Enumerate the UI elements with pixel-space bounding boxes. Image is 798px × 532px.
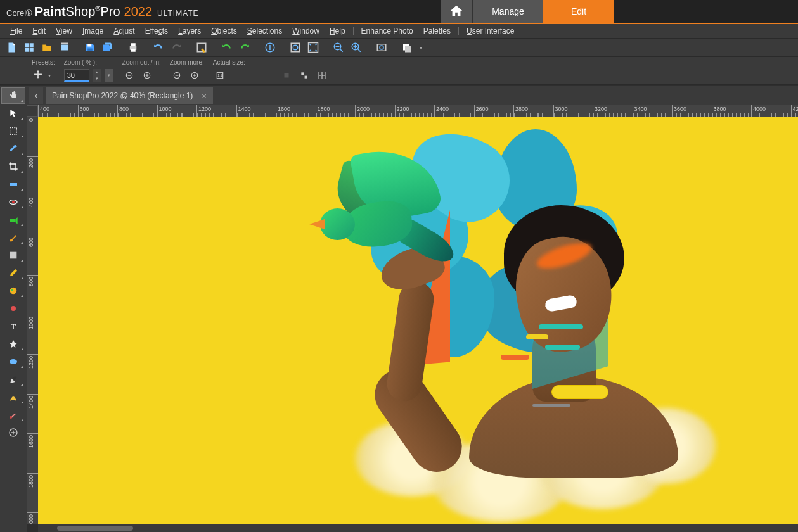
zoom-in-step-button[interactable] (140, 68, 154, 82)
warp-brush-tool[interactable] (1, 389, 25, 405)
scroll-thumb[interactable] (57, 526, 133, 531)
picture-tube-tool[interactable] (1, 282, 25, 299)
pan-tool[interactable] (1, 87, 25, 104)
zoom-more-out-button[interactable] (170, 68, 184, 82)
svg-rect-47 (10, 128, 17, 135)
tool-options-bar: Presets: ▾ Zoom ( % ): ▲▼ ▼ Zoom out / i… (0, 57, 798, 85)
menu-selections[interactable]: Selections (242, 25, 287, 37)
svg-rect-2 (25, 48, 29, 52)
menu-view[interactable]: View (51, 25, 77, 37)
menu-adjust[interactable]: Adjust (108, 25, 139, 37)
title-bar: Corel® PaintShop®Pro 2022 ULTIMATE Manag… (0, 0, 798, 24)
svg-rect-51 (10, 219, 15, 222)
workspace: T ‹ PaintShopPro 2022 @ 40% (Rectangle 1… (0, 86, 798, 532)
undo-history-button[interactable] (219, 40, 235, 55)
ruler-origin[interactable] (27, 105, 38, 117)
pen-tool[interactable] (1, 371, 25, 388)
zoom-dropdown[interactable]: ▼ (105, 69, 113, 82)
menu-enhance-photo[interactable]: Enhance Photo (356, 25, 418, 37)
svg-rect-41 (301, 72, 304, 75)
brand-year: 2022 (124, 4, 153, 19)
preset-pan-icon[interactable] (32, 69, 44, 82)
svg-text:i: i (269, 44, 271, 51)
menu-edit[interactable]: Edit (27, 25, 51, 37)
copy-dropdown[interactable] (417, 45, 425, 51)
crop-tool[interactable] (1, 158, 25, 175)
horizontal-ruler[interactable]: 4006008001000120014001600180020002200240… (38, 105, 798, 117)
undo-button[interactable] (151, 40, 166, 55)
clone-tool[interactable] (1, 300, 25, 317)
zoom-out-button[interactable] (331, 40, 346, 55)
svg-rect-45 (319, 76, 322, 79)
zoom-in-button[interactable] (349, 40, 364, 55)
print-button[interactable] (125, 40, 141, 55)
mode-home-button[interactable] (441, 0, 472, 23)
bird-graphic (285, 142, 431, 269)
menu-user-interface[interactable]: User Interface (461, 25, 519, 37)
pencil-tool[interactable] (1, 265, 25, 281)
save-button[interactable] (82, 40, 98, 55)
svg-rect-27 (405, 46, 411, 53)
menu-layers[interactable]: Layers (173, 25, 206, 37)
snap-b-button[interactable] (297, 68, 311, 82)
straighten-tool[interactable] (1, 176, 25, 193)
red-eye-tool[interactable] (1, 194, 25, 210)
document-tab[interactable]: PaintShopPro 2022 @ 40% (Rectangle 1) × (46, 87, 213, 104)
save-all-button[interactable] (100, 40, 115, 55)
fill-tool[interactable] (1, 247, 25, 263)
copy-button[interactable] (399, 40, 415, 55)
actual-size-button[interactable]: 1:1 (213, 68, 227, 82)
dropper-tool[interactable] (1, 141, 25, 157)
thumbnails-button[interactable] (22, 40, 37, 55)
redo-history-button[interactable] (237, 40, 252, 55)
svg-rect-0 (25, 43, 29, 47)
tab-prev-button[interactable]: ‹ (29, 87, 43, 104)
add-tool-button[interactable] (1, 424, 25, 441)
canvas[interactable] (38, 117, 798, 524)
vertical-ruler[interactable]: 0200400600800100012001400160018002000220… (27, 117, 38, 524)
close-tab-button[interactable]: × (202, 91, 207, 101)
zoom-out-step-button[interactable] (122, 68, 136, 82)
menu-file[interactable]: File (5, 25, 27, 37)
scanner-button[interactable] (57, 40, 72, 55)
menu-effects[interactable]: Effects (140, 25, 173, 37)
fit-screen-button[interactable] (306, 40, 321, 55)
mode-edit-button[interactable]: Edit (543, 0, 614, 23)
redo-button[interactable] (169, 40, 184, 55)
menu-help[interactable]: Help (325, 25, 351, 37)
text-tool[interactable]: T (1, 318, 25, 334)
mode-manage-button[interactable]: Manage (472, 0, 543, 23)
svg-rect-4 (61, 45, 68, 51)
canvas-viewport[interactable] (38, 117, 798, 524)
snap-c-button[interactable] (315, 68, 329, 82)
svg-point-58 (10, 416, 12, 419)
oil-brush-tool[interactable] (1, 407, 25, 423)
open-button[interactable] (39, 40, 55, 55)
info-button[interactable]: i (262, 40, 278, 55)
paint-brush-tool[interactable] (1, 229, 25, 246)
pick-tool[interactable] (1, 105, 25, 122)
svg-point-57 (10, 359, 17, 364)
svg-point-25 (380, 46, 383, 49)
shape-tool[interactable] (1, 336, 25, 352)
resize-button[interactable] (194, 40, 209, 55)
menu-image[interactable]: Image (77, 25, 108, 37)
svg-text:T: T (11, 322, 16, 331)
selection-tool[interactable] (1, 123, 25, 139)
menu-window[interactable]: Window (287, 25, 325, 37)
zoom-spinner[interactable]: ▲▼ (93, 69, 101, 82)
menu-palettes[interactable]: Palettes (418, 25, 456, 37)
zoom-io-label: Zoom out / in: (122, 59, 161, 66)
new-file-button[interactable] (4, 40, 19, 55)
snap-a-button[interactable] (280, 68, 293, 82)
fit-window-button[interactable] (288, 40, 303, 55)
zoom-more-in-button[interactable] (188, 68, 202, 82)
full-screen-preview-button[interactable] (374, 40, 389, 55)
menu-objects[interactable]: Objects (206, 25, 242, 37)
svg-rect-11 (197, 43, 206, 52)
document-tab-label: PaintShopPro 2022 @ 40% (Rectangle 1) (52, 91, 193, 100)
horizontal-scrollbar[interactable] (38, 524, 798, 532)
ellipse-tool[interactable] (1, 353, 25, 370)
zoom-percent-input[interactable] (64, 69, 89, 82)
makeover-tool[interactable] (1, 212, 25, 228)
